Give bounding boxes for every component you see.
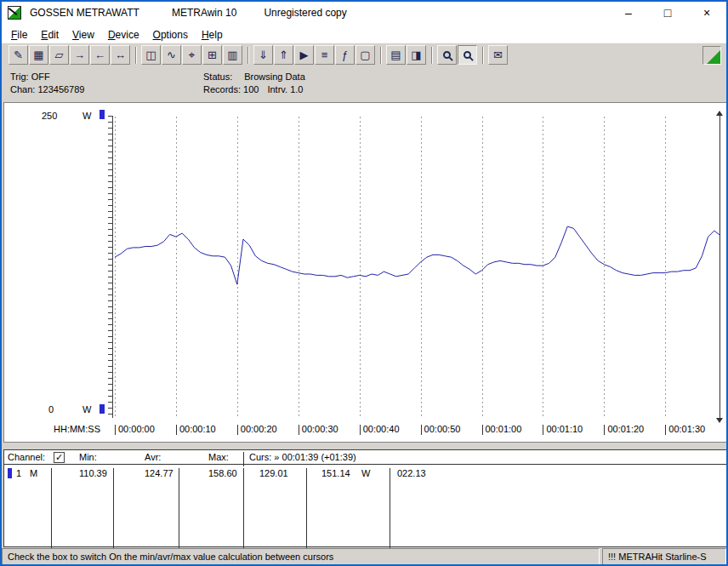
- x-axis-tick: 00:00:00: [115, 424, 155, 435]
- channel-marker-bottom: [100, 404, 105, 414]
- import-button[interactable]: ←: [90, 45, 110, 65]
- x-axis-tick: 00:01:30: [665, 424, 705, 435]
- table-view-button[interactable]: ⊞: [202, 45, 222, 65]
- app-title: METRAwin 10: [172, 7, 236, 19]
- column-divider: [243, 468, 244, 550]
- app-window: GOSSEN METRAWATT METRAwin 10 Unregistere…: [0, 0, 728, 566]
- y-unit-top-label: W: [82, 111, 91, 121]
- status-bar: Check the box to switch On the min/avr/m…: [2, 548, 726, 565]
- settings-icon: ≡: [321, 49, 328, 60]
- zoom-icon: [464, 51, 471, 59]
- plot-area[interactable]: [115, 117, 720, 417]
- license-label: Unregistered copy: [264, 7, 346, 19]
- export-button[interactable]: →: [70, 45, 89, 65]
- minmax-checkbox[interactable]: ✓: [54, 452, 65, 463]
- menu-edit[interactable]: Edit: [34, 24, 65, 43]
- write-device-button[interactable]: ⇑: [274, 45, 293, 65]
- channel-marker-top: [100, 110, 105, 119]
- save-as-button[interactable]: ✎: [9, 45, 28, 65]
- connection-indicator: [702, 46, 721, 65]
- print-preview-button[interactable]: ◨: [407, 45, 426, 65]
- printer-icon: ▤: [390, 49, 401, 60]
- toolbar-separator: [380, 47, 382, 64]
- zoom-curve-button[interactable]: [437, 45, 457, 65]
- brand-title: GOSSEN METRAWATT: [30, 7, 139, 19]
- y-axis: [108, 116, 113, 418]
- channel-1-color-marker: [8, 468, 12, 478]
- measure-cursor[interactable]: [719, 112, 720, 421]
- close-button[interactable]: ×: [687, 2, 726, 24]
- trend-view-button[interactable]: ∿: [162, 45, 181, 65]
- x-axis-tick: 00:01:20: [604, 424, 644, 435]
- app-icon: [8, 6, 21, 20]
- cursor-a-value: 129.01: [259, 468, 288, 478]
- upload-icon: ⇑: [279, 49, 288, 60]
- zoom-curve-icon: [443, 51, 451, 59]
- cursor-b-value: 151.14: [321, 468, 350, 478]
- y-min-label: 0: [48, 404, 54, 414]
- trend-chart: [115, 117, 720, 417]
- menu-file[interactable]: File: [4, 24, 34, 43]
- table-body: 1 M 110.39 124.77 158.60 129.01 151.14 W…: [4, 465, 727, 546]
- y-max-label: 250: [42, 111, 57, 121]
- x-axis-format-label: HH:MM:SS: [54, 424, 100, 434]
- comment-button[interactable]: ✉: [488, 45, 508, 65]
- toolbar-separator: [482, 47, 484, 64]
- menu-view[interactable]: View: [65, 24, 101, 43]
- channel-flag: M: [30, 468, 37, 478]
- xy-chart-icon: ⌖: [189, 49, 195, 60]
- menu-device[interactable]: Device: [101, 24, 146, 43]
- x-axis: HH:MM:SS 00:00:0000:00:1000:00:2000:00:3…: [4, 423, 727, 437]
- min-column-label: Min:: [79, 452, 97, 462]
- monitor-button[interactable]: ▢: [355, 45, 375, 65]
- channel-number: 1: [16, 468, 21, 478]
- read-device-button[interactable]: ⇓: [253, 45, 273, 65]
- avr-value: 124.77: [145, 468, 173, 478]
- menu-options[interactable]: Options: [146, 24, 195, 43]
- channel-column-label: Channel:: [8, 452, 45, 462]
- comment-icon: ✉: [493, 49, 503, 60]
- menu-help[interactable]: Help: [195, 24, 230, 43]
- menu-bar: File Edit View Device Options Help: [2, 24, 726, 43]
- interval-value: Intrv. 1.0: [267, 84, 303, 94]
- print-button[interactable]: ▤: [386, 45, 406, 65]
- x-axis-tick: 00:01:10: [543, 424, 583, 435]
- toolbar: ✎▦▱→←↔◫∿⌖⊞▥⇓⇑▶≡ƒ▢▤◨✉: [2, 43, 726, 66]
- toolbar-separator: [135, 47, 137, 64]
- maximize-button[interactable]: □: [648, 2, 687, 24]
- bargraph-view-button[interactable]: ▥: [223, 45, 242, 65]
- channel-list: Chan: 123456789: [10, 83, 84, 96]
- zoom-button[interactable]: [458, 45, 477, 65]
- device-settings-button[interactable]: ≡: [315, 45, 334, 65]
- x-axis-tick: 00:01:00: [482, 424, 522, 435]
- save-button[interactable]: ▦: [29, 45, 48, 65]
- function-button[interactable]: ƒ: [335, 45, 355, 65]
- open-folder-icon: ▱: [55, 49, 64, 60]
- x-axis-tick: 00:00:50: [421, 424, 461, 435]
- x-axis-tick: 00:00:10: [176, 424, 216, 435]
- preview-icon: ◨: [411, 49, 421, 60]
- meter-display-icon: ◫: [145, 49, 156, 60]
- bargraph-icon: ▥: [227, 49, 237, 60]
- cursor-b-unit: W: [361, 468, 370, 478]
- min-value: 110.39: [79, 468, 107, 478]
- save-as-icon: ✎: [14, 49, 23, 60]
- channel-values-table: Channel: ✓ Min: Avr: Max: Curs: » 00:01:…: [3, 449, 728, 547]
- column-divider: [51, 468, 52, 550]
- status-label: Status:: [203, 71, 232, 82]
- download-icon: ⇓: [259, 49, 268, 60]
- x-axis-tick: 00:00:30: [299, 424, 338, 435]
- meter-view-button[interactable]: ◫: [141, 45, 161, 65]
- column-divider: [113, 468, 114, 550]
- transfer-button[interactable]: ↔: [111, 45, 130, 65]
- x-axis-tick: 00:00:40: [360, 424, 400, 435]
- avr-column-label: Avr:: [145, 452, 161, 462]
- table-icon: ⊞: [208, 49, 217, 60]
- max-value: 158.60: [208, 468, 237, 478]
- online-button[interactable]: ▶: [294, 45, 314, 65]
- online-status-icon: [707, 50, 720, 64]
- column-divider: [306, 468, 307, 550]
- minimize-button[interactable]: –: [609, 2, 648, 24]
- open-button[interactable]: ▱: [49, 45, 69, 65]
- xy-view-button[interactable]: ⌖: [182, 45, 202, 65]
